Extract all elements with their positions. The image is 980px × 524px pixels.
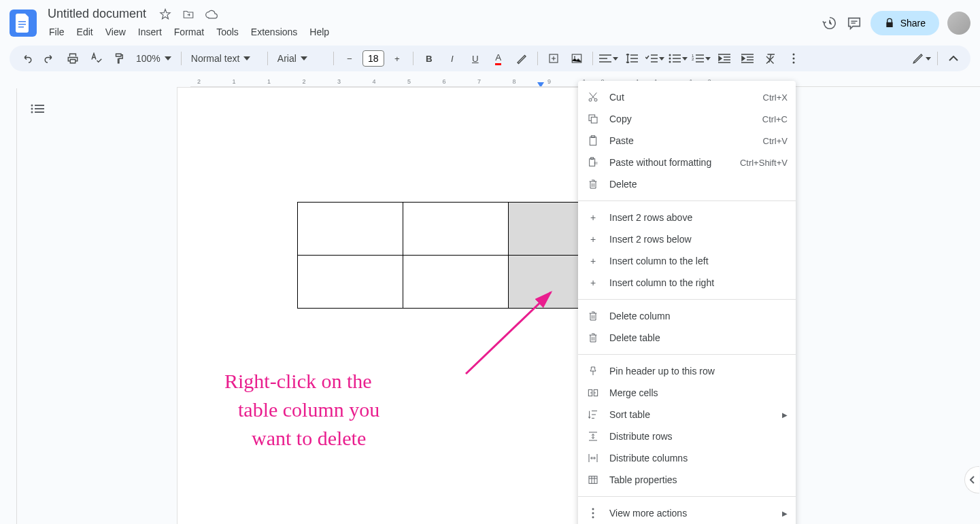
ctx-table-properties[interactable]: Table properties	[578, 469, 796, 491]
highlight-button[interactable]	[511, 48, 532, 69]
collapse-button[interactable]	[943, 48, 964, 69]
svg-rect-25	[589, 476, 597, 484]
svg-rect-20	[591, 136, 594, 138]
ctx-merge-cells[interactable]: Merge cells	[578, 382, 796, 404]
chevron-right-icon: ▶	[782, 411, 788, 419]
svg-point-26	[592, 508, 594, 510]
svg-point-10	[792, 62, 794, 64]
ctx-insert-rows-below[interactable]: +Insert 2 rows below	[578, 228, 796, 250]
cloud-status-icon[interactable]	[203, 6, 220, 22]
svg-point-27	[592, 512, 594, 514]
menu-extensions[interactable]: Extensions	[246, 24, 303, 40]
ctx-insert-rows-above[interactable]: +Insert 2 rows above	[578, 207, 796, 228]
table-cell[interactable]	[403, 203, 509, 256]
insert-link-button[interactable]	[543, 48, 564, 69]
increase-indent-button[interactable]	[737, 48, 758, 69]
italic-button[interactable]: I	[442, 48, 462, 69]
distribute-rows-icon	[586, 430, 600, 443]
spellcheck-button[interactable]	[86, 48, 106, 69]
paint-format-button[interactable]	[109, 48, 129, 69]
print-button[interactable]	[63, 48, 83, 69]
font-size-input[interactable]	[362, 50, 384, 67]
zoom-select[interactable]: 100%	[132, 50, 175, 67]
svg-rect-22	[591, 158, 594, 160]
avatar[interactable]	[947, 12, 970, 35]
clear-format-button[interactable]	[760, 48, 781, 69]
plus-icon: +	[586, 211, 600, 224]
table-cell[interactable]	[298, 256, 403, 309]
share-button[interactable]: Share	[871, 11, 939, 35]
toolbar: 100% Normal text Arial − + B I U A 12	[10, 46, 970, 71]
ctx-delete-table[interactable]: Delete table	[578, 327, 796, 349]
svg-point-4	[669, 58, 671, 60]
style-select[interactable]: Normal text	[187, 50, 262, 67]
trash-icon	[586, 309, 600, 323]
svg-text:2: 2	[692, 57, 694, 61]
ctx-pin-header[interactable]: Pin header up to this row	[578, 360, 796, 382]
align-button[interactable]	[598, 48, 619, 69]
share-label: Share	[900, 18, 926, 29]
ctx-insert-col-left[interactable]: +Insert column to the left	[578, 250, 796, 272]
plus-icon: +	[586, 254, 600, 268]
ctx-delete[interactable]: Delete	[578, 173, 796, 195]
annotation-text: Right-click on the table column you want…	[224, 367, 379, 453]
svg-point-28	[592, 517, 594, 519]
document-title[interactable]: Untitled document	[44, 5, 150, 22]
header-bar: Untitled document File Edit View Insert …	[0, 0, 980, 40]
table-row	[298, 203, 614, 256]
font-increase-button[interactable]: +	[387, 48, 407, 69]
menu-insert[interactable]: Insert	[133, 24, 167, 40]
ctx-paste[interactable]: PasteCtrl+V	[578, 130, 796, 152]
pin-icon	[586, 364, 600, 378]
ctx-delete-column[interactable]: Delete column	[578, 305, 796, 327]
comment-icon[interactable]	[846, 15, 862, 31]
undo-button[interactable]	[16, 48, 37, 69]
copy-icon	[586, 112, 600, 126]
table-cell[interactable]	[298, 203, 403, 256]
trash-icon	[586, 177, 600, 191]
sort-icon	[586, 408, 600, 421]
line-spacing-button[interactable]	[622, 48, 642, 69]
star-icon[interactable]	[157, 6, 173, 22]
menu-tools[interactable]: Tools	[211, 24, 244, 40]
chevron-right-icon: ▶	[782, 510, 788, 517]
underline-button[interactable]: U	[465, 48, 486, 69]
ctx-distribute-cols[interactable]: Distribute columns	[578, 447, 796, 469]
bullet-list-button[interactable]	[668, 48, 688, 69]
svg-rect-19	[590, 137, 596, 145]
svg-rect-18	[591, 117, 597, 123]
bold-button[interactable]: B	[419, 48, 439, 69]
table-icon	[586, 473, 600, 487]
ctx-sort-table[interactable]: Sort table▶	[578, 404, 796, 425]
docs-logo[interactable]	[10, 10, 37, 37]
svg-point-5	[669, 61, 671, 63]
more-button[interactable]	[783, 48, 804, 69]
menu-file[interactable]: File	[44, 24, 70, 40]
edit-mode-button[interactable]	[911, 48, 932, 69]
svg-point-8	[792, 54, 794, 56]
menu-format[interactable]: Format	[169, 24, 209, 40]
text-color-button[interactable]: A	[488, 48, 509, 69]
move-icon[interactable]	[180, 6, 197, 22]
ctx-copy[interactable]: CopyCtrl+C	[578, 108, 796, 130]
trash-icon	[586, 331, 600, 345]
ctx-view-more[interactable]: View more actions▶	[578, 502, 796, 524]
insert-image-button[interactable]	[567, 48, 587, 69]
checklist-button[interactable]	[645, 48, 665, 69]
menu-help[interactable]: Help	[304, 24, 335, 40]
history-icon[interactable]	[822, 15, 838, 31]
ctx-distribute-rows[interactable]: Distribute rows	[578, 425, 796, 447]
ctx-insert-col-right[interactable]: +Insert column to the right	[578, 272, 796, 294]
decrease-indent-button[interactable]	[714, 48, 734, 69]
ctx-paste-no-format[interactable]: Paste without formattingCtrl+Shift+V	[578, 152, 796, 173]
menu-edit[interactable]: Edit	[71, 24, 99, 40]
menu-view[interactable]: View	[100, 24, 131, 40]
lock-icon	[884, 18, 895, 29]
svg-point-2	[574, 56, 575, 58]
more-icon	[586, 506, 600, 520]
ctx-cut[interactable]: CutCtrl+X	[578, 86, 796, 108]
font-select[interactable]: Arial	[273, 50, 328, 67]
font-decrease-button[interactable]: −	[339, 48, 360, 69]
redo-button[interactable]	[39, 48, 60, 69]
numbered-list-button[interactable]: 12	[691, 48, 711, 69]
